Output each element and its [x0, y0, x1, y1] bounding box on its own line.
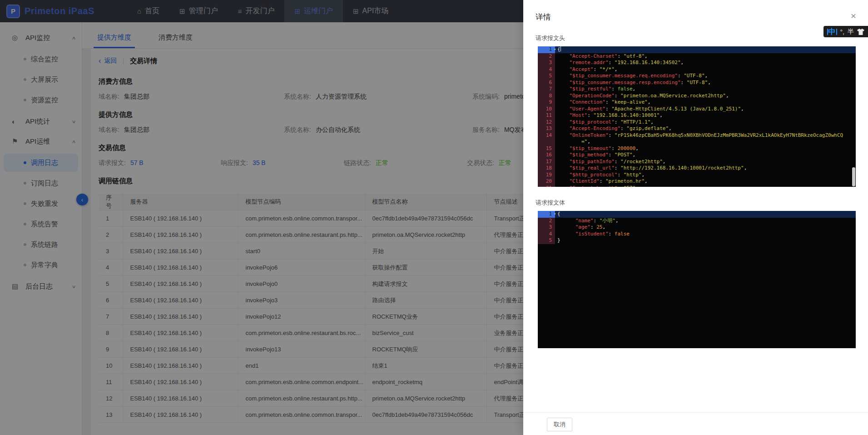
line-number: 20 — [538, 178, 555, 185]
token: , — [602, 224, 605, 230]
code-text: "age": 25, — [555, 224, 856, 231]
token — [557, 165, 570, 171]
code-text: "remote.addr": "192.168.16.140:34502", — [555, 60, 856, 66]
token: "Accept-Charset" — [570, 53, 618, 59]
token — [557, 66, 570, 72]
token: "utf-8" — [624, 53, 645, 59]
token: , — [587, 139, 590, 145]
request-body-editor[interactable]: 1▾{2 "name": "小明",3 "age": 25,4 "isStude… — [538, 211, 856, 348]
code-text: "$http_protocol": "http", — [555, 172, 856, 179]
token: "57" — [624, 185, 636, 187]
token: : — [609, 132, 615, 138]
token: , — [705, 73, 708, 79]
drawer-footer: 取消 — [523, 412, 868, 435]
line-number: 21 — [538, 185, 555, 187]
request-headers-editor[interactable]: 1▾{2 "Accept-Charset": "utf-8",3 "remote… — [538, 46, 856, 187]
token: "$tip_timeout" — [570, 145, 612, 151]
line-number: 2 — [538, 53, 555, 60]
editor-line: 1▾{ — [538, 211, 856, 218]
token: "Connection" — [570, 99, 605, 105]
editor-line: 7 "$tip_restful": false, — [538, 86, 856, 93]
code-text: "Connection": "keep-alive", — [555, 99, 856, 106]
token: , — [648, 99, 651, 105]
token — [557, 152, 570, 158]
line-number: 15 — [538, 145, 555, 152]
line-number: 2 — [538, 218, 555, 225]
token: 25 — [596, 224, 602, 230]
token: , — [650, 119, 654, 125]
token: { — [557, 211, 560, 217]
token: "Host" — [570, 112, 588, 118]
token: "primeton.hr" — [605, 178, 645, 184]
token — [557, 106, 570, 112]
token: : — [617, 185, 623, 187]
token: false — [615, 231, 630, 237]
drawer-title: 详情 — [523, 0, 868, 22]
token: : — [593, 66, 599, 72]
token: : — [615, 93, 620, 99]
editor-scrollbar[interactable] — [852, 167, 855, 186]
token: , — [615, 218, 619, 224]
line-number: 6 — [538, 80, 555, 86]
token — [557, 99, 570, 105]
line-number: 3 — [538, 60, 555, 66]
editor-line: 16 "$tip_method": "POST", — [538, 152, 856, 159]
code-text: "$tip_pathInfo": "/rocket2http", — [555, 159, 856, 165]
editor-line: 6 "$tip_consumer.message.resp.encoding":… — [538, 80, 856, 86]
fold-arrow-icon[interactable]: ▾ — [554, 46, 556, 53]
token: "remote.addr" — [570, 60, 609, 65]
token: "Content-Length" — [570, 185, 618, 187]
close-icon[interactable]: × — [851, 11, 856, 20]
token: "rP1Sk46zpCBaH5vPK68hq5xN0XBhVODnEJzMmPB… — [615, 132, 843, 138]
token — [557, 86, 570, 92]
token: { — [557, 46, 560, 52]
editor-line: 4 "Accept": "*/*", — [538, 66, 856, 73]
token: : — [594, 218, 600, 224]
line-number: 1▾ — [538, 46, 555, 53]
token: , — [726, 93, 729, 99]
token: "$tip_pathInfo" — [570, 159, 615, 165]
token: : — [611, 145, 617, 151]
ime-status-bar[interactable]: 中 °, 半 — [823, 26, 868, 37]
token: "http" — [624, 172, 642, 178]
token: "192.168.16.140:34502" — [615, 60, 681, 65]
code-text: "$tip_restful": false, — [555, 86, 856, 93]
line-number: 5 — [538, 73, 555, 80]
line-number — [538, 139, 555, 145]
token — [557, 93, 570, 99]
cancel-button[interactable]: 取消 — [547, 418, 572, 431]
token — [557, 73, 570, 79]
editor-line: 3 "age": 25, — [538, 224, 856, 231]
token: "POST" — [615, 152, 633, 158]
code-text: "Accept": "*/*", — [555, 66, 856, 73]
token: "OperationCode" — [570, 93, 615, 99]
token: : — [605, 99, 611, 105]
code-text: "$tip_consumer.message.req.encoding": "U… — [555, 73, 856, 80]
token: , — [635, 185, 639, 187]
line-number: 12 — [538, 119, 555, 126]
token: : — [678, 73, 684, 79]
text-cursor — [560, 46, 561, 51]
editor-line: 11 "Host": "192.168.16.140:10001", — [538, 112, 856, 119]
token: "$tip_consumer.message.resp.encoding" — [570, 80, 681, 85]
token — [557, 145, 570, 151]
code-text: "Content-Length": "57", — [555, 185, 856, 187]
code-text: { — [555, 46, 856, 53]
code-text: "$tip_consumer.message.resp.encoding": "… — [555, 80, 856, 86]
line-number: 18 — [538, 165, 555, 172]
token: : — [615, 119, 620, 125]
token: : — [615, 165, 620, 171]
token — [557, 172, 570, 178]
fold-arrow-icon[interactable]: ▾ — [554, 211, 556, 218]
token — [557, 60, 570, 65]
code-text: "isStudent": false — [555, 231, 856, 238]
token: , — [681, 60, 684, 65]
request-body-label: 请求报文体 — [536, 199, 868, 207]
token — [557, 178, 570, 184]
token: : — [615, 159, 620, 165]
ime-halfwidth-mode: 半 — [848, 28, 854, 36]
ime-punctuation-mode: °, — [840, 28, 845, 35]
line-number: 9 — [538, 99, 555, 106]
code-text: "Host": "192.168.16.140:10001", — [555, 112, 856, 119]
editor-line: 1▾{ — [538, 46, 856, 53]
